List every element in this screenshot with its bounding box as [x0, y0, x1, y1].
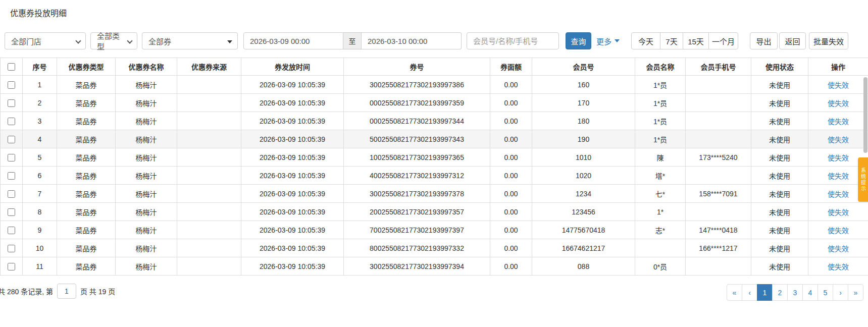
export-button[interactable]: 导出 [750, 32, 778, 49]
page-button-5[interactable]: 5 [818, 284, 833, 301]
cell-member-name: 1* [635, 203, 686, 221]
invalidate-link[interactable]: 使失效 [828, 208, 849, 216]
cell-issue-time: 2026-03-09 10:05:39 [241, 185, 344, 203]
cell-member-no: 088 [532, 257, 635, 276]
cell-member-name: 陳 [635, 148, 686, 167]
cell-coupon-source [177, 94, 241, 112]
cell-status: 未使用 [751, 185, 808, 203]
first-page-button[interactable]: « [727, 284, 742, 301]
row-checkbox[interactable] [8, 81, 15, 89]
invalidate-link[interactable]: 使失效 [828, 136, 849, 144]
cell-face-value: 0.00 [490, 203, 532, 221]
invalidate-link[interactable]: 使失效 [828, 245, 849, 253]
col-seq: 序号 [23, 58, 57, 76]
back-button[interactable]: 返回 [779, 32, 806, 49]
range-1month-button[interactable]: 一个月 [708, 32, 738, 49]
cell-coupon-source [177, 112, 241, 130]
invalidate-link[interactable]: 使失效 [828, 118, 849, 126]
last-page-button[interactable]: » [848, 284, 863, 301]
prev-page-button[interactable]: ‹ [742, 284, 757, 301]
select-all-checkbox[interactable] [8, 63, 15, 71]
more-button[interactable]: 更多 [596, 32, 620, 49]
cell-member-name [635, 239, 686, 257]
cell-actions: 使失效 [808, 76, 868, 94]
range-7days-button[interactable]: 7天 [660, 32, 683, 49]
row-checkbox[interactable] [8, 227, 15, 234]
cell-coupon-no: 000255082177302193997344 [344, 112, 490, 130]
cell-seq: 4 [23, 130, 57, 148]
coupon-detail-page: 优惠券投放明细 全部门店 全部类型 全部券 2026-03-09 00:00 至… [0, 0, 868, 327]
cell-member-phone [686, 130, 751, 148]
records-prefix: 共 280 条记录, 第 [0, 286, 53, 296]
row-checkbox[interactable] [8, 263, 15, 270]
row-checkbox[interactable] [8, 136, 15, 143]
cell-face-value: 0.00 [490, 257, 532, 276]
page-number-input[interactable] [57, 284, 76, 299]
cell-member-no: 1234 [532, 185, 635, 203]
type-filter-select[interactable]: 全部类型 [90, 32, 137, 49]
next-page-button[interactable]: › [833, 284, 848, 301]
coupon-filter-value: 全部券 [148, 36, 171, 46]
invalidate-link[interactable]: 使失效 [828, 154, 849, 162]
page-button-1[interactable]: 1 [757, 284, 773, 301]
row-checkbox-cell [1, 257, 23, 276]
batch-invalidate-button[interactable]: 批量失效 [809, 32, 848, 49]
page-button-3[interactable]: 3 [787, 284, 803, 301]
vertical-scrollbar[interactable] [863, 77, 867, 153]
cell-status: 未使用 [751, 94, 808, 112]
invalidate-link[interactable]: 使失效 [828, 99, 849, 107]
cell-status: 未使用 [751, 130, 808, 148]
invalidate-link[interactable]: 使失效 [828, 190, 849, 198]
cell-member-phone: 166****1217 [686, 239, 751, 257]
cell-face-value: 0.00 [490, 221, 532, 239]
cell-status: 未使用 [751, 112, 808, 130]
cell-coupon-source [177, 148, 241, 167]
row-checkbox[interactable] [8, 118, 15, 125]
date-range-group: 2026-03-09 00:00 至 2026-03-10 00:00 [243, 32, 462, 49]
date-to-input[interactable]: 2026-03-10 00:00 [362, 32, 462, 49]
row-checkbox[interactable] [8, 245, 15, 252]
search-button[interactable]: 查询 [566, 32, 591, 49]
cell-face-value: 0.00 [490, 167, 532, 185]
cell-coupon-name: 杨梅汁 [116, 94, 177, 112]
member-search-input[interactable] [467, 32, 559, 49]
cell-member-phone [686, 257, 751, 276]
system-tip-tab[interactable]: 系统提示 [858, 157, 868, 202]
table-header-row: 序号 优惠券类型 优惠券名称 优惠券来源 券发放时间 券号 券面额 会员号 会员… [1, 58, 868, 76]
cell-coupon-no: 700255082177302193997397 [344, 221, 490, 239]
row-checkbox-cell [1, 185, 23, 203]
cell-issue-time: 2026-03-09 10:05:39 [241, 167, 344, 185]
cell-member-name: 塔* [635, 167, 686, 185]
coupon-filter-select[interactable]: 全部券 [142, 32, 238, 49]
cell-member-no: 180 [532, 112, 635, 130]
page-title: 优惠券投放明细 [10, 7, 67, 19]
col-status: 使用状态 [751, 58, 808, 76]
row-checkbox[interactable] [8, 172, 15, 180]
cell-actions: 使失效 [808, 221, 868, 239]
store-filter-select[interactable]: 全部门店 [5, 32, 86, 49]
row-checkbox[interactable] [8, 99, 15, 107]
caret-down-icon [227, 40, 232, 43]
cell-face-value: 0.00 [490, 239, 532, 257]
invalidate-link[interactable]: 使失效 [828, 263, 849, 271]
cell-member-name: 1*员 [635, 112, 686, 130]
table-row: 9菜品券杨梅汁2026-03-09 10:05:3970025508217730… [1, 221, 868, 239]
invalidate-link[interactable]: 使失效 [828, 172, 849, 180]
page-button-2[interactable]: 2 [772, 284, 788, 301]
cell-member-phone [686, 203, 751, 221]
cell-member-name: 志* [635, 221, 686, 239]
date-from-input[interactable]: 2026-03-09 00:00 [243, 32, 343, 49]
table-row: 3菜品券杨梅汁2026-03-09 10:05:3900025508217730… [1, 112, 868, 130]
invalidate-link[interactable]: 使失效 [828, 81, 849, 89]
cell-member-name: 1*员 [635, 94, 686, 112]
range-today-button[interactable]: 今天 [631, 32, 660, 49]
store-filter-value: 全部门店 [11, 36, 41, 46]
range-15days-button[interactable]: 15天 [683, 32, 709, 49]
page-button-4[interactable]: 4 [802, 284, 818, 301]
row-checkbox[interactable] [8, 208, 15, 216]
row-checkbox[interactable] [8, 154, 15, 161]
cell-seq: 2 [23, 94, 57, 112]
invalidate-link[interactable]: 使失效 [828, 227, 849, 235]
row-checkbox[interactable] [8, 190, 15, 198]
cell-status: 未使用 [751, 257, 808, 276]
